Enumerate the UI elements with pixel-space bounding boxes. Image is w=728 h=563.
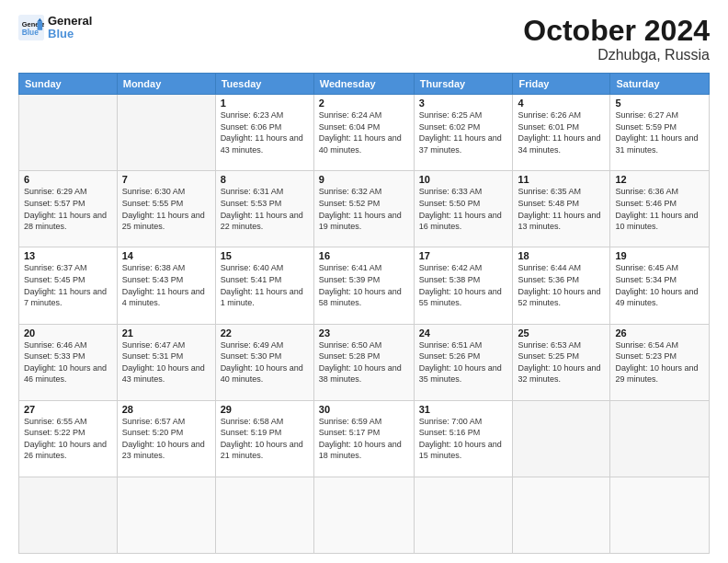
calendar-cell xyxy=(610,477,710,553)
svg-text:Blue: Blue xyxy=(22,29,39,38)
calendar-cell: 26Sunrise: 6:54 AM Sunset: 5:23 PM Dayli… xyxy=(610,324,710,400)
day-number: 8 xyxy=(221,174,309,185)
calendar-cell: 13Sunrise: 6:37 AM Sunset: 5:45 PM Dayli… xyxy=(19,247,118,324)
day-info: Sunrise: 6:44 AM Sunset: 5:36 PM Dayligh… xyxy=(518,262,605,308)
day-info: Sunrise: 6:25 AM Sunset: 6:02 PM Dayligh… xyxy=(419,109,508,155)
day-info: Sunrise: 6:35 AM Sunset: 5:48 PM Dayligh… xyxy=(518,186,605,232)
calendar-cell: 9Sunrise: 6:32 AM Sunset: 5:52 PM Daylig… xyxy=(313,171,414,247)
day-number: 16 xyxy=(319,250,409,261)
day-number: 2 xyxy=(319,98,409,109)
svg-marker-3 xyxy=(38,22,43,30)
day-info: Sunrise: 6:30 AM Sunset: 5:55 PM Dayligh… xyxy=(122,186,210,232)
weekday-header-friday: Friday xyxy=(513,74,610,95)
logo-text-line2: Blue xyxy=(48,28,92,40)
day-info: Sunrise: 6:33 AM Sunset: 5:50 PM Dayligh… xyxy=(419,186,508,232)
day-number: 25 xyxy=(518,327,605,339)
weekday-header-sunday: Sunday xyxy=(19,74,118,95)
day-number: 19 xyxy=(615,250,704,261)
calendar-cell: 18Sunrise: 6:44 AM Sunset: 5:36 PM Dayli… xyxy=(513,247,610,324)
calendar-cell: 4Sunrise: 6:26 AM Sunset: 6:01 PM Daylig… xyxy=(513,95,610,171)
day-number: 4 xyxy=(518,98,605,109)
day-info: Sunrise: 6:47 AM Sunset: 5:31 PM Dayligh… xyxy=(122,339,210,385)
day-info: Sunrise: 6:58 AM Sunset: 5:19 PM Dayligh… xyxy=(221,416,309,462)
calendar-cell xyxy=(215,477,313,553)
day-info: Sunrise: 6:26 AM Sunset: 6:01 PM Dayligh… xyxy=(518,109,605,155)
calendar-cell xyxy=(610,400,710,477)
day-info: Sunrise: 6:54 AM Sunset: 5:23 PM Dayligh… xyxy=(615,339,704,385)
day-number: 17 xyxy=(419,250,508,261)
calendar-cell: 2Sunrise: 6:24 AM Sunset: 6:04 PM Daylig… xyxy=(313,95,414,171)
logo-icon: General Blue xyxy=(18,15,44,40)
calendar-cell: 24Sunrise: 6:51 AM Sunset: 5:26 PM Dayli… xyxy=(414,324,513,400)
calendar-cell xyxy=(19,477,118,553)
weekday-header-tuesday: Tuesday xyxy=(215,74,313,95)
calendar-cell: 15Sunrise: 6:40 AM Sunset: 5:41 PM Dayli… xyxy=(215,247,313,324)
calendar-cell: 30Sunrise: 6:59 AM Sunset: 5:17 PM Dayli… xyxy=(313,400,414,477)
day-number: 28 xyxy=(122,404,210,415)
calendar-cell: 3Sunrise: 6:25 AM Sunset: 6:02 PM Daylig… xyxy=(414,95,513,171)
calendar-cell xyxy=(19,95,118,171)
calendar-cell xyxy=(117,477,215,553)
day-info: Sunrise: 6:59 AM Sunset: 5:17 PM Dayligh… xyxy=(319,416,409,462)
day-info: Sunrise: 6:27 AM Sunset: 5:59 PM Dayligh… xyxy=(615,109,704,155)
day-info: Sunrise: 6:36 AM Sunset: 5:46 PM Dayligh… xyxy=(615,186,704,232)
day-number: 7 xyxy=(122,174,210,185)
calendar-cell: 8Sunrise: 6:31 AM Sunset: 5:53 PM Daylig… xyxy=(215,171,313,247)
day-info: Sunrise: 6:23 AM Sunset: 6:06 PM Dayligh… xyxy=(221,109,309,155)
day-number: 12 xyxy=(615,174,704,185)
day-info: Sunrise: 6:53 AM Sunset: 5:25 PM Dayligh… xyxy=(518,339,605,385)
calendar-cell: 7Sunrise: 6:30 AM Sunset: 5:55 PM Daylig… xyxy=(117,171,215,247)
day-number: 26 xyxy=(615,327,704,339)
day-number: 11 xyxy=(518,174,605,185)
day-number: 3 xyxy=(419,98,508,109)
day-number: 14 xyxy=(122,250,210,261)
calendar-cell: 29Sunrise: 6:58 AM Sunset: 5:19 PM Dayli… xyxy=(215,400,313,477)
calendar-cell: 17Sunrise: 6:42 AM Sunset: 5:38 PM Dayli… xyxy=(414,247,513,324)
calendar-cell: 31Sunrise: 7:00 AM Sunset: 5:16 PM Dayli… xyxy=(414,400,513,477)
day-info: Sunrise: 6:31 AM Sunset: 5:53 PM Dayligh… xyxy=(221,186,309,232)
day-info: Sunrise: 6:37 AM Sunset: 5:45 PM Dayligh… xyxy=(24,262,112,308)
calendar-cell xyxy=(117,95,215,171)
calendar-cell: 1Sunrise: 6:23 AM Sunset: 6:06 PM Daylig… xyxy=(215,95,313,171)
calendar-cell xyxy=(313,477,414,553)
calendar-cell: 25Sunrise: 6:53 AM Sunset: 5:25 PM Dayli… xyxy=(513,324,610,400)
weekday-header-wednesday: Wednesday xyxy=(313,74,414,95)
day-number: 18 xyxy=(518,250,605,261)
logo: General Blue General Blue xyxy=(18,15,92,41)
day-info: Sunrise: 6:46 AM Sunset: 5:33 PM Dayligh… xyxy=(24,339,112,385)
calendar-cell xyxy=(414,477,513,553)
day-number: 20 xyxy=(24,327,112,339)
calendar-cell: 12Sunrise: 6:36 AM Sunset: 5:46 PM Dayli… xyxy=(610,171,710,247)
calendar-cell: 16Sunrise: 6:41 AM Sunset: 5:39 PM Dayli… xyxy=(313,247,414,324)
day-number: 1 xyxy=(221,98,309,109)
page-subtitle: Dzhubga, Russia xyxy=(523,47,710,63)
day-info: Sunrise: 7:00 AM Sunset: 5:16 PM Dayligh… xyxy=(419,416,508,462)
calendar-cell: 23Sunrise: 6:50 AM Sunset: 5:28 PM Dayli… xyxy=(313,324,414,400)
day-number: 15 xyxy=(221,250,309,261)
day-info: Sunrise: 6:32 AM Sunset: 5:52 PM Dayligh… xyxy=(319,186,409,232)
day-info: Sunrise: 6:40 AM Sunset: 5:41 PM Dayligh… xyxy=(221,262,309,308)
day-info: Sunrise: 6:41 AM Sunset: 5:39 PM Dayligh… xyxy=(319,262,409,308)
day-number: 5 xyxy=(615,98,704,109)
page-title: October 2024 xyxy=(523,15,710,47)
day-info: Sunrise: 6:55 AM Sunset: 5:22 PM Dayligh… xyxy=(24,416,112,462)
day-number: 27 xyxy=(24,404,112,415)
day-number: 21 xyxy=(122,327,210,339)
day-number: 13 xyxy=(24,250,112,261)
calendar: SundayMondayTuesdayWednesdayThursdayFrid… xyxy=(18,73,710,554)
day-number: 29 xyxy=(221,404,309,415)
day-number: 10 xyxy=(419,174,508,185)
day-info: Sunrise: 6:29 AM Sunset: 5:57 PM Dayligh… xyxy=(24,186,112,232)
day-number: 6 xyxy=(24,174,112,185)
day-info: Sunrise: 6:49 AM Sunset: 5:30 PM Dayligh… xyxy=(221,339,309,385)
calendar-cell: 6Sunrise: 6:29 AM Sunset: 5:57 PM Daylig… xyxy=(19,171,118,247)
calendar-cell: 14Sunrise: 6:38 AM Sunset: 5:43 PM Dayli… xyxy=(117,247,215,324)
calendar-cell: 10Sunrise: 6:33 AM Sunset: 5:50 PM Dayli… xyxy=(414,171,513,247)
day-info: Sunrise: 6:50 AM Sunset: 5:28 PM Dayligh… xyxy=(319,339,409,385)
day-info: Sunrise: 6:24 AM Sunset: 6:04 PM Dayligh… xyxy=(319,109,409,155)
calendar-cell: 5Sunrise: 6:27 AM Sunset: 5:59 PM Daylig… xyxy=(610,95,710,171)
weekday-header-thursday: Thursday xyxy=(414,74,513,95)
calendar-cell: 19Sunrise: 6:45 AM Sunset: 5:34 PM Dayli… xyxy=(610,247,710,324)
calendar-cell xyxy=(513,477,610,553)
day-number: 30 xyxy=(319,404,409,415)
